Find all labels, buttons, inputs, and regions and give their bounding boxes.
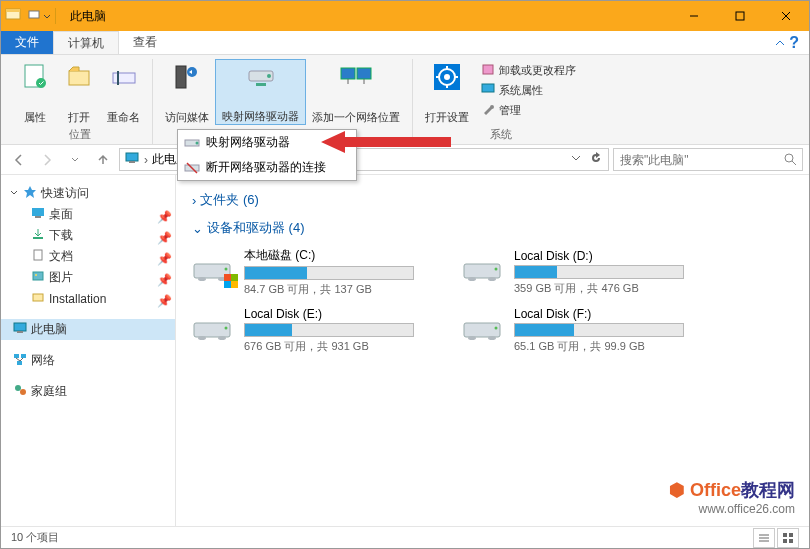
annotation-arrow <box>321 129 451 159</box>
quick-access-label: 快速访问 <box>41 185 89 202</box>
svg-rect-42 <box>33 237 43 239</box>
sidebar-homegroup[interactable]: 家庭组 <box>1 381 175 402</box>
sidebar-item-label: Installation <box>49 292 106 306</box>
maximize-button[interactable] <box>717 1 763 31</box>
network-icon <box>13 352 27 369</box>
desktop-icon <box>31 206 45 223</box>
svg-marker-34 <box>321 131 451 153</box>
nav-forward-button[interactable] <box>35 148 59 172</box>
watermark-brand: 教程网 <box>741 480 795 500</box>
monitors-icon <box>340 61 372 93</box>
svg-rect-50 <box>21 354 26 358</box>
svg-rect-44 <box>33 272 43 280</box>
wrench-icon <box>481 102 495 118</box>
pin-icon: 📌 <box>157 252 167 262</box>
address-dropdown-icon[interactable] <box>568 150 584 169</box>
manage-button[interactable]: 管理 <box>477 101 580 119</box>
rename-button[interactable]: 重命名 <box>101 59 146 125</box>
drive-card[interactable]: 本地磁盘 (C:)84.7 GB 可用，共 137 GB <box>192 247 422 297</box>
hard-drive-icon <box>192 250 236 294</box>
minimize-button[interactable] <box>671 1 717 31</box>
sidebar-this-pc[interactable]: 此电脑 <box>1 319 175 340</box>
drive-map-icon <box>184 135 200 151</box>
drive-stats: 359 GB 可用，共 476 GB <box>514 281 692 296</box>
dropdown-map-label: 映射网络驱动器 <box>206 134 290 151</box>
svg-rect-49 <box>14 354 19 358</box>
expand-icon <box>9 187 19 201</box>
watermark: ⬢ Office教程网 www.office26.com <box>669 478 795 516</box>
access-media-button[interactable]: 访问媒体 <box>159 59 215 125</box>
hard-drive-icon <box>462 250 506 294</box>
tab-file[interactable]: 文件 <box>1 31 53 54</box>
sidebar-item-downloads[interactable]: 下载 📌 <box>1 225 175 246</box>
svg-point-75 <box>488 336 496 340</box>
sidebar-item-installation[interactable]: Installation 📌 <box>1 288 175 309</box>
svg-rect-9 <box>69 71 89 85</box>
refresh-icon[interactable] <box>588 150 604 169</box>
drive-stats: 676 GB 可用，共 931 GB <box>244 339 422 354</box>
navigation-sidebar: 快速访问 桌面 📌 下载 📌 文档 📌 图片 📌 Installation 📌 <box>1 175 176 526</box>
pin-icon: 📌 <box>157 210 167 220</box>
svg-line-52 <box>16 358 20 361</box>
folders-section-header[interactable]: › 文件夹 (6) <box>192 191 793 209</box>
svg-rect-4 <box>736 12 744 20</box>
svg-point-76 <box>495 326 498 329</box>
svg-rect-10 <box>113 73 135 83</box>
system-props-label: 系统属性 <box>499 83 543 98</box>
search-input[interactable] <box>613 148 803 171</box>
svg-rect-40 <box>32 208 44 216</box>
tab-computer[interactable]: 计算机 <box>53 31 119 54</box>
add-network-location-button[interactable]: 添加一个网络位置 <box>306 59 406 125</box>
svg-line-38 <box>792 161 796 165</box>
drive-disconnect-icon <box>184 160 200 176</box>
folder-icon <box>31 290 45 307</box>
thispc-icon <box>13 321 27 338</box>
svg-point-67 <box>488 277 496 281</box>
nav-up-button[interactable] <box>91 148 115 172</box>
drives-section-header[interactable]: ⌄ 设备和驱动器 (4) <box>192 219 793 237</box>
svg-rect-69 <box>194 323 230 337</box>
sidebar-item-pictures[interactable]: 图片 📌 <box>1 267 175 288</box>
chevron-up-icon[interactable] <box>775 34 785 52</box>
view-icons-button[interactable] <box>777 528 799 548</box>
qat-dropdown-icon[interactable] <box>43 7 51 25</box>
svg-rect-80 <box>783 533 787 537</box>
sidebar-item-desktop[interactable]: 桌面 📌 <box>1 204 175 225</box>
status-bar: 10 个项目 <box>1 526 809 548</box>
search-icon[interactable] <box>783 152 797 170</box>
svg-point-74 <box>468 336 476 340</box>
nav-recent-dropdown[interactable] <box>63 148 87 172</box>
close-button[interactable] <box>763 1 809 31</box>
open-button[interactable]: 打开 <box>57 59 101 125</box>
qat-item[interactable] <box>27 7 41 25</box>
drive-name: Local Disk (F:) <box>514 307 692 321</box>
tab-view[interactable]: 查看 <box>119 31 171 54</box>
uninstall-programs-button[interactable]: 卸载或更改程序 <box>477 61 580 79</box>
drive-card[interactable]: Local Disk (D:)359 GB 可用，共 476 GB <box>462 247 692 297</box>
svg-point-71 <box>218 336 226 340</box>
open-icon <box>63 61 95 93</box>
content-pane: › 文件夹 (6) ⌄ 设备和驱动器 (4) 本地磁盘 (C:)84.7 GB … <box>176 175 809 526</box>
help-icon[interactable]: ? <box>789 34 799 52</box>
sidebar-item-label: 桌面 <box>49 206 73 223</box>
svg-rect-12 <box>176 66 186 88</box>
svg-rect-51 <box>17 361 22 365</box>
drive-capacity-bar <box>514 323 684 337</box>
view-details-button[interactable] <box>753 528 775 548</box>
pin-icon: 📌 <box>157 231 167 241</box>
drive-card[interactable]: Local Disk (F:)65.1 GB 可用，共 99.9 GB <box>462 307 692 354</box>
sidebar-network[interactable]: 网络 <box>1 350 175 371</box>
sidebar-quick-access[interactable]: 快速访问 <box>1 183 175 204</box>
documents-icon <box>31 248 45 265</box>
nav-back-button[interactable] <box>7 148 31 172</box>
svg-point-57 <box>198 277 206 281</box>
properties-button[interactable]: 属性 <box>13 59 57 125</box>
sidebar-item-documents[interactable]: 文档 📌 <box>1 246 175 267</box>
drive-network-icon <box>245 62 277 94</box>
pictures-icon <box>31 269 45 286</box>
map-network-drive-button[interactable]: 映射网络驱动器 <box>215 59 306 125</box>
open-settings-button[interactable]: 打开设置 <box>419 59 475 125</box>
svg-point-59 <box>225 268 228 271</box>
system-properties-button[interactable]: 系统属性 <box>477 81 580 99</box>
drive-card[interactable]: Local Disk (E:)676 GB 可用，共 931 GB <box>192 307 422 354</box>
